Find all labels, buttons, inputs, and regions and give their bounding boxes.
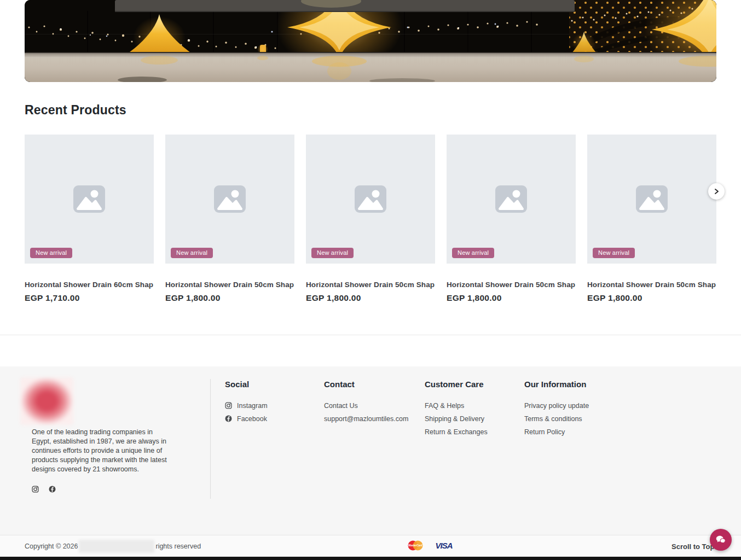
chat-widget-button[interactable] [710,529,732,551]
footer: One of the leading trading companies in … [0,366,741,535]
product-title[interactable]: Horizontal Shower Drain 60cm Shap… [25,281,154,289]
footer-column-our-information: Our Information Privacy policy update Te… [524,380,589,441]
footer-link-terms[interactable]: Terms & conditions [524,415,589,422]
facebook-icon[interactable] [49,486,56,493]
footer-heading: Social [225,380,268,389]
redacted-company-name [79,540,154,553]
product-image-placeholder: New arrival [306,135,435,264]
copyright: Copyright © 2026 rights reserved [25,542,201,550]
new-arrival-badge: New arrival [171,248,213,258]
product-title[interactable]: Horizontal Shower Drain 50cm Shap… [165,281,294,289]
image-placeholder-icon [495,185,527,213]
image-placeholder-icon [355,185,386,213]
image-placeholder-icon [636,185,668,213]
footer-social-row [32,486,56,493]
product-card[interactable]: New arrival Horizontal Shower Drain 50cm… [306,135,435,303]
copyright-suffix: rights reserved [155,542,201,550]
footer-heading: Our Information [524,380,589,389]
footer-link-instagram[interactable]: Instagram [225,402,268,409]
scroll-to-top-button[interactable]: Scroll to Top [671,542,714,551]
bottom-black-strip [0,557,741,560]
footer-logo[interactable] [20,377,73,425]
footer-link-contact-us[interactable]: Contact Us [324,402,408,409]
hero-banner[interactable] [25,0,716,82]
footer-link-privacy[interactable]: Privacy policy update [524,402,589,409]
footer-link-faq[interactable]: FAQ & Helps [425,402,488,409]
instagram-icon[interactable] [32,486,39,493]
image-placeholder-icon [214,185,246,213]
new-arrival-badge: New arrival [593,248,635,258]
product-price: EGP 1,800.00 [447,293,576,303]
footer-support-email[interactable]: support@mazloumtiles.com [324,415,408,422]
footer-heading: Contact [324,380,408,389]
new-arrival-badge: New arrival [311,248,354,258]
footer-divider [210,379,211,499]
footer-link-label: Instagram [237,402,268,410]
footer-link-shipping[interactable]: Shipping & Delivery [425,415,488,422]
product-image-placeholder: New arrival [165,135,294,264]
product-price: EGP 1,800.00 [306,293,435,303]
copyright-prefix: Copyright © 2026 [25,542,78,550]
footer-link-return-policy[interactable]: Return Policy [524,428,589,435]
svg-text:VISA: VISA [435,541,452,550]
section-divider [0,335,741,335]
product-card[interactable]: New arrival Horizontal Shower Drain 50cm… [447,135,576,303]
new-arrival-badge: New arrival [30,248,72,258]
product-price: EGP 1,800.00 [587,293,716,303]
product-image-placeholder: New arrival [25,135,154,264]
footer-about-text: One of the leading trading companies in … [32,428,169,474]
footer-link-facebook[interactable]: Facebook [225,415,268,422]
svg-text:MasterCard: MasterCard [408,544,422,547]
facebook-icon [225,415,232,422]
footer-link-returns[interactable]: Return & Exchanges [425,428,488,435]
product-image-placeholder: New arrival [447,135,576,264]
product-image-placeholder: New arrival [587,135,716,264]
product-title[interactable]: Horizontal Shower Drain 50cm Shap… [306,281,435,289]
storefront-page: Recent Products New arrival Horizontal S… [0,0,741,560]
product-title[interactable]: Horizontal Shower Drain 50cm Shap… [447,281,576,289]
product-card[interactable]: New arrival Horizontal Shower Drain 50cm… [587,135,716,303]
footer-heading: Customer Care [425,380,488,389]
carousel-next-button[interactable] [708,183,725,200]
instagram-icon [225,402,232,409]
chat-bubbles-icon [715,534,727,546]
image-placeholder-icon [73,185,105,213]
visa-icon: VISA [433,541,454,550]
new-arrival-badge: New arrival [452,248,494,258]
footer-link-label: Facebook [237,415,267,423]
mastercard-icon: MasterCard [407,540,424,551]
footer-column-contact: Contact Contact Us support@mazloumtiles.… [324,380,408,428]
product-title[interactable]: Horizontal Shower Drain 50cm Shap… [587,281,716,289]
payment-methods: MasterCard VISA [407,540,454,551]
product-card[interactable]: New arrival Horizontal Shower Drain 50cm… [165,135,294,303]
bottom-bar: Copyright © 2026 rights reserved MasterC… [0,535,741,557]
product-price: EGP 1,800.00 [165,293,294,303]
hero-banner-image [25,0,716,82]
product-carousel: New arrival Horizontal Shower Drain 60cm… [25,135,716,310]
footer-column-social: Social Instagram Facebook [225,380,268,428]
chevron-right-icon [713,188,720,195]
section-title: Recent Products [25,103,126,118]
product-price: EGP 1,710.00 [25,293,154,303]
product-card[interactable]: New arrival Horizontal Shower Drain 60cm… [25,135,154,303]
footer-column-customer-care: Customer Care FAQ & Helps Shipping & Del… [425,380,488,441]
